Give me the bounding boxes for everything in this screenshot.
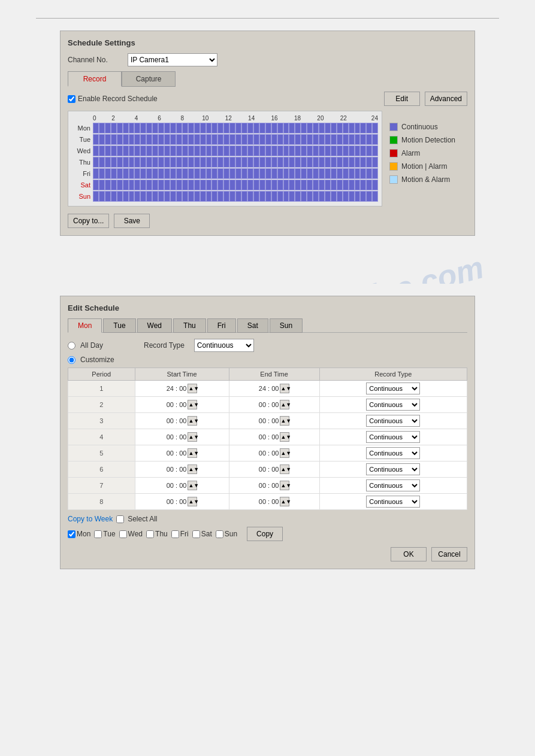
cell[interactable] bbox=[366, 134, 372, 145]
cell[interactable] bbox=[331, 191, 337, 202]
cell[interactable] bbox=[271, 145, 277, 156]
cell[interactable] bbox=[93, 145, 99, 156]
cell[interactable] bbox=[247, 157, 253, 168]
cell[interactable] bbox=[117, 191, 123, 202]
cell[interactable] bbox=[313, 180, 319, 190]
cell[interactable] bbox=[164, 168, 170, 179]
cell[interactable] bbox=[105, 134, 111, 145]
cell[interactable] bbox=[313, 191, 319, 202]
cell[interactable] bbox=[223, 191, 229, 202]
cell[interactable] bbox=[206, 180, 212, 190]
cell[interactable] bbox=[194, 168, 200, 179]
cell[interactable] bbox=[366, 123, 372, 133]
cell[interactable] bbox=[307, 180, 313, 190]
cell[interactable] bbox=[319, 168, 325, 179]
cell[interactable] bbox=[140, 123, 146, 133]
cell[interactable] bbox=[211, 157, 217, 168]
cell[interactable] bbox=[223, 168, 229, 179]
cell[interactable] bbox=[170, 157, 176, 168]
cell[interactable] bbox=[253, 123, 259, 133]
cell[interactable] bbox=[301, 123, 307, 133]
tab-capture[interactable]: Capture bbox=[122, 71, 176, 87]
cell[interactable] bbox=[134, 134, 140, 145]
cell[interactable] bbox=[247, 180, 253, 190]
cell[interactable] bbox=[265, 134, 271, 145]
cell[interactable] bbox=[235, 180, 241, 190]
cell[interactable] bbox=[111, 180, 117, 190]
cell[interactable] bbox=[355, 157, 361, 168]
cell[interactable] bbox=[235, 145, 241, 156]
cell[interactable] bbox=[200, 157, 206, 168]
cell[interactable] bbox=[360, 134, 366, 145]
advanced-button[interactable]: Advanced bbox=[425, 92, 467, 106]
cell[interactable] bbox=[134, 168, 140, 179]
cell[interactable] bbox=[223, 134, 229, 145]
cell[interactable] bbox=[253, 157, 259, 168]
cell[interactable] bbox=[93, 168, 99, 179]
cell[interactable] bbox=[349, 145, 355, 156]
cell[interactable] bbox=[140, 191, 146, 202]
cell[interactable] bbox=[176, 157, 182, 168]
cell[interactable] bbox=[325, 191, 331, 202]
cell[interactable] bbox=[360, 168, 366, 179]
cell[interactable] bbox=[194, 123, 200, 133]
cell[interactable] bbox=[265, 157, 271, 168]
cell[interactable] bbox=[123, 145, 129, 156]
cell[interactable] bbox=[111, 123, 117, 133]
cell[interactable] bbox=[111, 145, 117, 156]
cell[interactable] bbox=[200, 180, 206, 190]
cell[interactable] bbox=[140, 134, 146, 145]
cell[interactable] bbox=[283, 191, 289, 202]
cell[interactable] bbox=[123, 134, 129, 145]
cell[interactable] bbox=[117, 180, 123, 190]
cell[interactable] bbox=[194, 180, 200, 190]
cell[interactable] bbox=[229, 191, 235, 202]
cell[interactable] bbox=[372, 180, 378, 190]
cell[interactable] bbox=[211, 180, 217, 190]
cell[interactable] bbox=[295, 180, 301, 190]
cell[interactable] bbox=[343, 157, 349, 168]
cell[interactable] bbox=[235, 134, 241, 145]
cell[interactable] bbox=[265, 180, 271, 190]
cell[interactable] bbox=[194, 191, 200, 202]
cell[interactable] bbox=[105, 191, 111, 202]
cell[interactable] bbox=[241, 134, 247, 145]
cell[interactable] bbox=[360, 157, 366, 168]
cell[interactable] bbox=[307, 123, 313, 133]
cell[interactable] bbox=[343, 123, 349, 133]
cell[interactable] bbox=[134, 157, 140, 168]
cell[interactable] bbox=[301, 168, 307, 179]
cell[interactable] bbox=[360, 123, 366, 133]
start-time-btn[interactable]: ▲▼ bbox=[188, 416, 197, 426]
cell[interactable] bbox=[271, 180, 277, 190]
cell[interactable] bbox=[93, 180, 99, 190]
cell[interactable] bbox=[301, 157, 307, 168]
cell[interactable] bbox=[206, 168, 212, 179]
end-time-btn[interactable]: ▲▼ bbox=[280, 481, 289, 490]
cell[interactable] bbox=[241, 145, 247, 156]
cell[interactable] bbox=[111, 191, 117, 202]
cell[interactable] bbox=[331, 134, 337, 145]
cell[interactable] bbox=[271, 134, 277, 145]
cell[interactable] bbox=[355, 191, 361, 202]
cell[interactable] bbox=[366, 180, 372, 190]
cell[interactable] bbox=[295, 168, 301, 179]
cell[interactable] bbox=[277, 180, 283, 190]
cell[interactable] bbox=[301, 145, 307, 156]
cell[interactable] bbox=[99, 157, 105, 168]
cell[interactable] bbox=[325, 157, 331, 168]
cell[interactable] bbox=[277, 134, 283, 145]
cell[interactable] bbox=[134, 123, 140, 133]
ok-button[interactable]: OK bbox=[391, 547, 427, 561]
day-checkbox-sun[interactable] bbox=[216, 530, 223, 538]
cell[interactable] bbox=[170, 191, 176, 202]
cell[interactable] bbox=[349, 134, 355, 145]
cell[interactable] bbox=[152, 180, 158, 190]
all-day-radio[interactable] bbox=[68, 342, 75, 350]
cell[interactable] bbox=[211, 145, 217, 156]
edit-tab-thu[interactable]: Thu bbox=[173, 318, 206, 333]
cell[interactable] bbox=[337, 168, 343, 179]
cell[interactable] bbox=[146, 191, 152, 202]
day-cells-thu[interactable] bbox=[93, 157, 378, 168]
cell[interactable] bbox=[337, 134, 343, 145]
